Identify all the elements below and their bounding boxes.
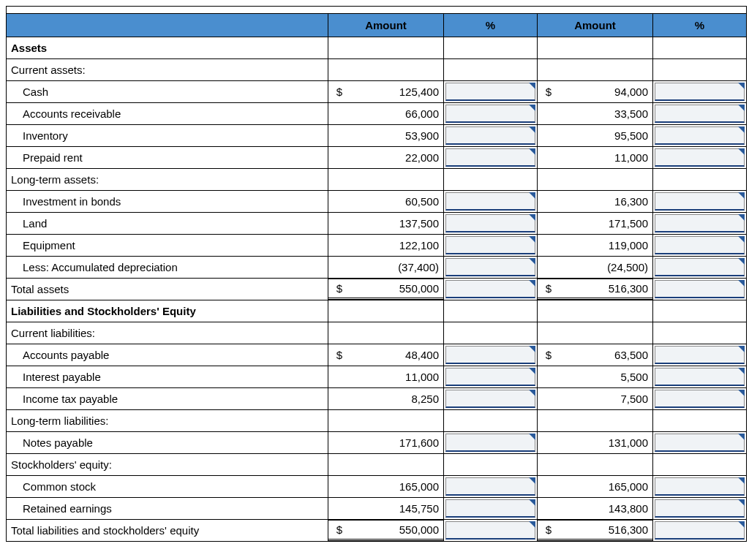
percent-cell[interactable]	[444, 432, 538, 454]
amount-value	[350, 37, 443, 58]
percent-input[interactable]	[655, 148, 745, 167]
percent-input[interactable]	[445, 148, 535, 167]
percent-cell	[653, 322, 747, 344]
amount-cell: 53,900	[328, 125, 444, 147]
table-row: Accounts payable$48,400$63,500	[7, 344, 747, 366]
amount-cell: $48,400	[328, 344, 444, 366]
percent-cell[interactable]	[653, 476, 747, 498]
amount-value: 516,300	[560, 520, 652, 541]
row-label: Accounts receivable	[7, 103, 328, 125]
percent-cell[interactable]	[653, 279, 747, 300]
table-row: Stockholders' equity:	[7, 454, 747, 476]
percent-input[interactable]	[655, 236, 745, 254]
percent-cell[interactable]	[653, 103, 747, 125]
amount-cell: 171,600	[328, 432, 444, 454]
percent-input[interactable]	[655, 477, 745, 496]
row-label: Current assets:	[7, 59, 328, 81]
row-label: Liabilities and Stockholders' Equity	[7, 300, 328, 322]
percent-input[interactable]	[445, 126, 535, 145]
percent-cell[interactable]	[444, 279, 538, 300]
currency-symbol	[328, 432, 350, 453]
percent-cell	[444, 300, 538, 322]
percent-cell[interactable]	[653, 520, 747, 542]
percent-input[interactable]	[445, 258, 535, 276]
percent-cell[interactable]	[653, 81, 747, 103]
percent-cell[interactable]	[653, 191, 747, 213]
percent-input[interactable]	[655, 390, 745, 408]
percent-input[interactable]	[655, 83, 745, 101]
amount-cell	[328, 322, 444, 344]
amount-value: 33,500	[560, 103, 652, 124]
percent-cell[interactable]	[444, 257, 538, 279]
percent-cell[interactable]	[444, 81, 538, 103]
percent-input[interactable]	[655, 499, 745, 518]
percent-cell[interactable]	[444, 191, 538, 213]
percent-input[interactable]	[655, 126, 745, 145]
row-label: Less: Accumulated depreciation	[7, 257, 328, 279]
percent-input[interactable]	[655, 368, 745, 386]
percent-input[interactable]	[655, 258, 745, 276]
percent-cell[interactable]	[444, 213, 538, 235]
percent-cell[interactable]	[653, 498, 747, 520]
percent-input[interactable]	[445, 214, 535, 232]
percent-cell[interactable]	[444, 498, 538, 520]
amount-cell	[538, 300, 653, 322]
percent-input[interactable]	[655, 214, 745, 232]
currency-symbol	[538, 454, 560, 475]
percent-cell[interactable]	[653, 235, 747, 257]
percent-input[interactable]	[655, 280, 745, 298]
percent-cell[interactable]	[444, 388, 538, 410]
percent-cell	[444, 169, 538, 191]
percent-cell[interactable]	[653, 366, 747, 388]
amount-cell: $94,000	[538, 81, 653, 103]
percent-cell[interactable]	[444, 366, 538, 388]
percent-cell[interactable]	[444, 344, 538, 366]
amount-value	[560, 322, 652, 344]
percent-input[interactable]	[655, 105, 745, 123]
currency-symbol	[538, 235, 560, 256]
percent-input[interactable]	[445, 521, 535, 540]
percent-cell[interactable]	[653, 432, 747, 454]
percent-cell[interactable]	[653, 147, 747, 169]
percent-cell[interactable]	[653, 344, 747, 366]
amount-cell	[538, 322, 653, 344]
amount-cell: 33,500	[538, 103, 653, 125]
percent-input[interactable]	[445, 477, 535, 496]
percent-cell	[444, 410, 538, 432]
currency-symbol	[538, 388, 560, 409]
amount-value: 66,000	[350, 103, 443, 124]
percent-input[interactable]	[445, 390, 535, 408]
percent-cell[interactable]	[653, 388, 747, 410]
percent-cell[interactable]	[444, 476, 538, 498]
percent-cell[interactable]	[444, 235, 538, 257]
currency-symbol	[538, 366, 560, 387]
percent-input[interactable]	[655, 521, 745, 540]
percent-cell[interactable]	[444, 103, 538, 125]
percent-input[interactable]	[445, 105, 535, 123]
currency-symbol: $	[538, 344, 560, 366]
percent-input[interactable]	[655, 434, 745, 452]
percent-input[interactable]	[445, 83, 535, 101]
row-label: Long-term liabilities:	[7, 410, 328, 432]
amount-value: 131,000	[560, 432, 652, 453]
percent-cell[interactable]	[444, 147, 538, 169]
percent-input[interactable]	[445, 499, 535, 518]
percent-input[interactable]	[655, 346, 745, 364]
percent-cell[interactable]	[653, 213, 747, 235]
amount-cell: 11,000	[538, 147, 653, 169]
percent-cell[interactable]	[653, 125, 747, 147]
percent-cell	[444, 322, 538, 344]
percent-input[interactable]	[445, 192, 535, 211]
percent-cell[interactable]	[444, 125, 538, 147]
percent-input[interactable]	[445, 280, 535, 298]
percent-cell[interactable]	[653, 257, 747, 279]
percent-input[interactable]	[445, 434, 535, 452]
percent-input[interactable]	[445, 368, 535, 386]
percent-input[interactable]	[445, 236, 535, 254]
percent-cell[interactable]	[444, 520, 538, 542]
currency-symbol	[538, 476, 560, 497]
amount-cell: (24,500)	[538, 257, 653, 279]
amount-cell: 171,500	[538, 213, 653, 235]
percent-input[interactable]	[655, 192, 745, 211]
percent-input[interactable]	[445, 346, 535, 364]
